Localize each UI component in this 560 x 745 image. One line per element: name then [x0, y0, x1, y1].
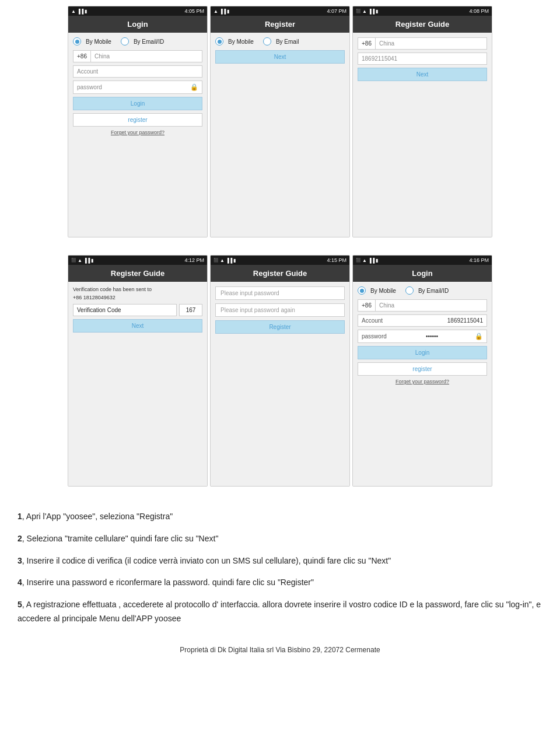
- login-btn-login1[interactable]: Login: [73, 97, 202, 110]
- account-field-login1[interactable]: Account: [73, 65, 202, 78]
- radio-email-login2[interactable]: [405, 286, 414, 295]
- country-code-login2: +86: [358, 300, 376, 311]
- phone-field-login2: +86 China: [358, 299, 487, 312]
- status-time-6: 4:16 PM: [469, 257, 489, 263]
- instruction-4-number: 4: [18, 578, 22, 587]
- screen-login-2: ⬛ ▲ ▐▐ ▮ 4:16 PM Login By Mobile By Emai…: [352, 255, 492, 487]
- footer: Proprietà di Dk Digital Italia srl Via B…: [6, 646, 554, 660]
- lock-icon-login1: 🔒: [190, 83, 198, 91]
- instruction-1: 1, Apri l'App "yoosee", seleziona "Regis…: [18, 510, 542, 524]
- battery-icon-3: ▮: [376, 9, 378, 14]
- phone-number-rg1[interactable]: 18692115041: [358, 53, 487, 65]
- status-icons-4: ⬛ ▲ ▐▐ ▮: [71, 258, 93, 263]
- screen-body-login2: By Mobile By Email/ID +86 China Account …: [353, 282, 492, 486]
- instruction-1-text: , Apri l'App "yoosee", seleziona "Regist…: [22, 512, 173, 521]
- cam-icon-3: ⬛: [356, 9, 361, 13]
- battery-icon-4: ▮: [91, 258, 93, 263]
- status-icons-2: ▲ ▐▐ ▮: [214, 9, 229, 14]
- screen-body-register: By Mobile By Email Next: [211, 33, 349, 237]
- status-bar-5: ⬛ ▲ ▐▐ ▮ 4:15 PM: [211, 256, 349, 265]
- radio-email-label-register: By Email: [276, 39, 299, 45]
- verif-field-row-rg2: Verification Code 167: [73, 304, 202, 316]
- country-code-rg1: +86: [358, 38, 376, 49]
- status-time-4: 4:12 PM: [184, 257, 204, 263]
- status-icons-1: ▲ ▐▐ ▮: [71, 9, 87, 14]
- wifi-icon: ▲: [71, 9, 76, 14]
- radio-email-label-login2: By Email/ID: [418, 288, 449, 294]
- register-btn-login1[interactable]: register: [73, 113, 202, 127]
- password-field-login1[interactable]: password 🔒: [73, 81, 202, 94]
- lock-icon-login2: 🔒: [475, 333, 483, 340]
- password-value-login2: ••••••: [426, 333, 438, 340]
- radio-mobile-login2[interactable]: [358, 286, 366, 295]
- signal-icon: ▐▐: [77, 9, 83, 14]
- next-btn-register[interactable]: Next: [215, 50, 345, 64]
- next-btn-rg1[interactable]: Next: [358, 68, 487, 81]
- radio-mobile-login1[interactable]: [73, 37, 81, 46]
- forgot-link-login2[interactable]: Forget your password?: [358, 379, 487, 384]
- country-code-login1: +86: [74, 51, 91, 62]
- wifi-icon-6: ▲: [362, 258, 367, 263]
- battery-icon-6: ▮: [376, 258, 378, 263]
- radio-mobile-label-register: By Mobile: [228, 39, 254, 45]
- instruction-3-text: , Inserire il codice di verifica (il cod…: [22, 556, 391, 565]
- radio-email-label-login1: By Email/ID: [134, 39, 164, 45]
- battery-icon: ▮: [85, 9, 87, 14]
- battery-icon-5: ▮: [233, 258, 236, 263]
- status-bar-3: ⬛ ▲ ▐▐ ▮ 4:08 PM: [353, 6, 492, 16]
- screen-title-rg1: Register Guide: [353, 16, 492, 33]
- screen-title-login1: Login: [68, 16, 207, 33]
- status-icons-6: ⬛ ▲ ▐▐ ▮: [356, 258, 378, 263]
- country-name-login2: China: [376, 300, 398, 311]
- screen-body-rg3: Please input password Please input passw…: [211, 282, 349, 486]
- instruction-2-number: 2: [18, 534, 22, 543]
- radio-row-login2: By Mobile By Email/ID: [358, 286, 487, 295]
- instructions-section: 1, Apri l'App "yoosee", seleziona "Regis…: [6, 504, 554, 640]
- register-btn-rg3[interactable]: Register: [215, 320, 345, 334]
- signal-icon-6: ▐▐: [368, 258, 374, 263]
- status-bar-2: ▲ ▐▐ ▮ 4:07 PM: [211, 6, 349, 16]
- radio-row-register: By Mobile By Email: [215, 37, 345, 46]
- wifi-icon-2: ▲: [214, 9, 218, 14]
- verif-number-rg2: +86 18128049632: [73, 295, 202, 300]
- status-time-5: 4:15 PM: [327, 257, 346, 263]
- forgot-link-login1[interactable]: Forget your password?: [73, 130, 202, 135]
- status-bar-4: ⬛ ▲ ▐▐ ▮ 4:12 PM: [68, 256, 207, 265]
- screen-body-rg2: Verification code has been sent to +86 1…: [68, 282, 207, 486]
- radio-email-register[interactable]: [263, 37, 271, 46]
- next-btn-rg2[interactable]: Next: [73, 319, 202, 333]
- radio-email-login1[interactable]: [121, 37, 129, 46]
- verif-input-rg2[interactable]: Verification Code: [73, 304, 177, 316]
- country-name-rg1: China: [376, 38, 398, 49]
- phone-field-rg1: +86 China: [358, 37, 487, 50]
- pass-again-input-rg3[interactable]: Please input password again: [215, 303, 345, 317]
- screen-register: ▲ ▐▐ ▮ 4:07 PM Register By Mobile By Ema…: [210, 6, 350, 237]
- verif-text-rg2: Verification code has been sent to: [73, 286, 202, 292]
- radio-mobile-register[interactable]: [215, 37, 223, 46]
- status-bar-1: ▲ ▐▐ ▮ 4:05 PM: [68, 6, 207, 16]
- login-btn-login2[interactable]: Login: [358, 346, 487, 359]
- radio-row-login1: By Mobile By Email/ID: [73, 37, 202, 46]
- password-field-login2[interactable]: password •••••• 🔒: [358, 330, 487, 343]
- screen-title-login2: Login: [353, 265, 492, 282]
- instruction-4: 4, Inserire una password e riconfermare …: [18, 576, 542, 590]
- instruction-3: 3, Inserire il codice di verifica (il co…: [18, 554, 542, 568]
- screen-register-guide-3: ⬛ ▲ ▐▐ ▮ 4:15 PM Register Guide Please i…: [210, 255, 350, 487]
- signal-icon-2: ▐▐: [219, 9, 226, 14]
- screen-login-1: ▲ ▐▐ ▮ 4:05 PM Login By Mobile By Email/…: [68, 6, 208, 237]
- screen-register-guide-1: ⬛ ▲ ▐▐ ▮ 4:08 PM Register Guide +86 Chin…: [352, 6, 492, 237]
- instruction-1-number: 1: [18, 512, 22, 521]
- instruction-3-number: 3: [18, 556, 22, 565]
- status-time-2: 4:07 PM: [327, 8, 346, 14]
- pass-input-rg3[interactable]: Please input password: [215, 286, 345, 300]
- account-field-login2[interactable]: Account 18692115041: [358, 314, 487, 327]
- verif-code-box-rg2: 167: [179, 304, 202, 316]
- instruction-2: 2, Seleziona "tramite cellulare" quindi …: [18, 532, 542, 546]
- phone-field-login1: +86 China: [73, 50, 202, 62]
- screen-title-register: Register: [211, 16, 349, 33]
- radio-mobile-label-login1: By Mobile: [86, 39, 111, 45]
- instruction-4-text: , Inserire una password e riconfermare l…: [22, 578, 314, 587]
- battery-icon-2: ▮: [227, 9, 229, 14]
- register-btn-login2[interactable]: register: [358, 362, 487, 376]
- cam-icon-4: ⬛: [71, 258, 76, 263]
